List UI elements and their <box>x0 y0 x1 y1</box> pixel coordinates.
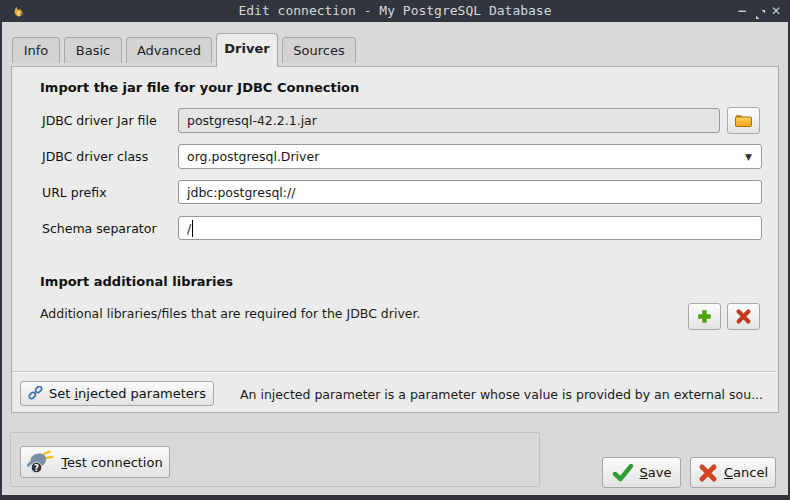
tab-driver[interactable]: Driver <box>216 33 278 67</box>
tab-basic[interactable]: Basic <box>64 37 122 63</box>
panel-separator <box>12 371 776 372</box>
jar-file-label: JDBC driver Jar file <box>42 113 157 128</box>
driver-class-combobox[interactable]: org.postgresql.Driver ▼ <box>178 144 762 169</box>
minimize-icon[interactable]: − <box>734 0 750 22</box>
cancel-x-icon <box>698 463 718 483</box>
save-button-label: Save <box>640 465 672 480</box>
titlebar[interactable]: Edit connection - My PostgreSQL Database… <box>0 0 790 22</box>
cancel-button[interactable]: Cancel <box>690 457 776 488</box>
tab-sources[interactable]: Sources <box>282 37 356 63</box>
tab-advanced[interactable]: Advanced <box>126 37 212 63</box>
remove-library-button[interactable] <box>727 303 760 330</box>
url-prefix-label: URL prefix <box>42 185 107 200</box>
chevron-down-icon[interactable]: ▼ <box>745 146 752 169</box>
test-connection-button[interactable]: ? Test connection <box>20 446 170 478</box>
driver-class-label: JDBC driver class <box>42 149 148 164</box>
jar-file-input[interactable] <box>178 108 720 133</box>
libs-description: Additional libraries/files that are requ… <box>40 306 420 321</box>
folder-icon <box>734 113 753 128</box>
link-icon <box>28 386 43 401</box>
cancel-button-label: Cancel <box>724 465 768 480</box>
save-button[interactable]: Save <box>602 457 681 488</box>
browse-jar-button[interactable] <box>727 107 760 134</box>
injected-description: An injected parameter is a parameter who… <box>240 387 770 402</box>
plus-icon <box>696 308 713 325</box>
url-prefix-input[interactable] <box>178 180 762 204</box>
test-button-label: Test connection <box>61 455 162 470</box>
schema-separator-label: Schema separator <box>42 221 157 236</box>
tab-info[interactable]: Info <box>12 37 60 63</box>
add-library-button[interactable] <box>688 303 721 330</box>
text-caret <box>192 220 193 237</box>
plug-icon: ? <box>27 449 55 475</box>
close-icon[interactable]: ✕ <box>768 0 784 22</box>
driver-class-value: org.postgresql.Driver <box>187 149 319 164</box>
set-injected-parameters-button[interactable]: Set injected parameters <box>20 381 214 406</box>
jar-section-title: Import the jar file for your JDBC Connec… <box>40 80 359 95</box>
injected-button-label: Set injected parameters <box>49 386 206 401</box>
svg-text:?: ? <box>34 463 39 473</box>
edit-connection-dialog: Edit connection - My PostgreSQL Database… <box>0 0 790 500</box>
maximize-icon[interactable] <box>752 0 768 22</box>
delete-x-icon <box>735 308 752 325</box>
window-title: Edit connection - My PostgreSQL Database <box>0 3 790 18</box>
check-icon <box>612 463 634 483</box>
libs-section-title: Import additional libraries <box>40 274 233 289</box>
schema-separator-input[interactable] <box>178 216 762 240</box>
